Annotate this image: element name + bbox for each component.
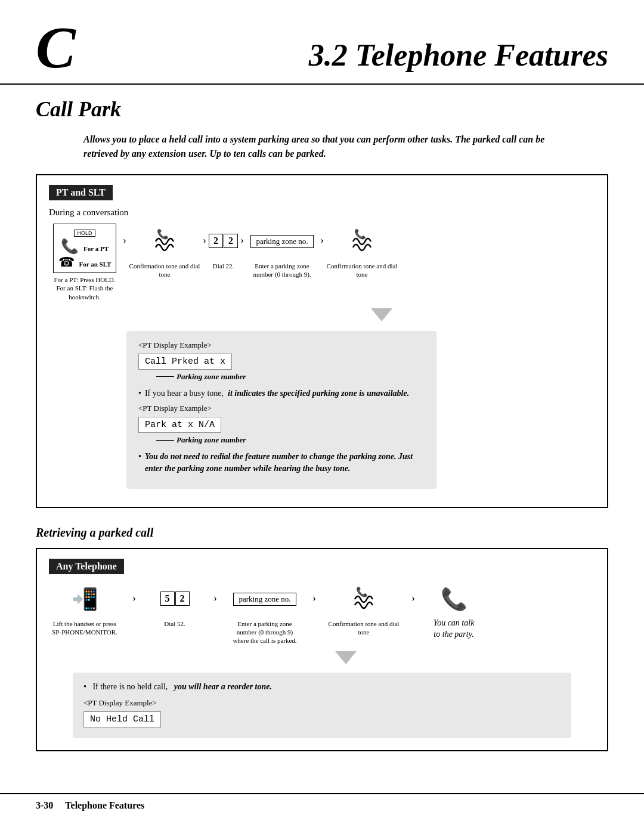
parking-zone-arrow-2: Parking zone number (156, 435, 425, 445)
parking-zone-box-1: parking zone no. (250, 235, 313, 248)
page-content: Call Park Allows you to place a held cal… (0, 97, 644, 787)
r-arrow-2: › (211, 592, 219, 605)
pt-slt-flow: HOLD 📞 For a PT ☎ For an SLT For a PT: P… (49, 224, 595, 301)
step3-caption: Dial 22. (213, 262, 234, 270)
conf-tone-2-icon: 📞 (347, 224, 377, 259)
dial-22-icon: 2 2 (209, 224, 238, 259)
r-pt-display-label: <PT Display Example> (83, 698, 561, 708)
parking-zone-icon: parking zone no. (250, 224, 313, 259)
step4-caption: Enter a parking zone number (0 through 9… (246, 262, 318, 279)
pt-display-label-1: <PT Display Example> (138, 340, 425, 350)
r-tone-wavy-icon: 📞 (349, 584, 379, 614)
r-arrow-3: › (310, 592, 318, 605)
for-slt-label: For an SLT (79, 261, 112, 268)
talk-phone-icon: 📞 (441, 587, 467, 612)
bottom-display-area: • If there is no held call, you will hea… (73, 673, 571, 739)
pt-slt-sub-label: During a conversation (49, 208, 595, 218)
pt-slt-header: PT and SLT (49, 185, 113, 200)
key-2-second: 2 (224, 234, 238, 248)
footer-title: Telephone Features (65, 800, 144, 811)
page-header: C 3.2 Telephone Features (0, 0, 644, 85)
section-title: Call Park (36, 97, 608, 122)
step1-caption: For a PT: Press HOLD. For an SLT: Flash … (49, 275, 120, 301)
header-letter: C (36, 18, 76, 78)
hold-label: HOLD (74, 230, 95, 237)
description: Allows you to place a held call into a s… (36, 132, 608, 161)
footer-page-num: 3-30 (36, 800, 53, 811)
pt-display-box-2: Park at x N/A (138, 417, 221, 433)
down-arrow-triangle (371, 308, 392, 321)
pt-display-box-1: Call Prked at x (138, 354, 232, 370)
r-parking-zone-icon: parking zone no. (233, 581, 296, 617)
r-down-arrow-triangle (335, 651, 357, 664)
bullet-2: • You do not need to redial the feature … (138, 451, 425, 474)
svg-text:📞: 📞 (157, 228, 169, 240)
r-arrow-4: › (409, 592, 417, 605)
dial-52-icon: 5 2 (160, 581, 190, 617)
step-phone-hold: HOLD 📞 For a PT ☎ For an SLT For a PT: P… (49, 224, 120, 301)
step-dial-22: 2 2 Dial 22. (209, 224, 238, 270)
any-telephone-box: Any Telephone 📲 Lift the handset or pres… (36, 548, 608, 751)
arrow-4: › (318, 234, 326, 247)
slt-phone-icon: ☎ (58, 255, 75, 270)
header-title: 3.2 Telephone Features (100, 38, 608, 78)
step-parking-zone: parking zone no. Enter a parking zone nu… (246, 224, 318, 279)
pt-slt-box: PT and SLT During a conversation HOLD 📞 … (36, 174, 608, 508)
key-2: 2 (175, 592, 190, 606)
r-conf-tone-icon: 📞 (349, 581, 379, 617)
step2-caption: Confirmation tone and dial tone (129, 262, 200, 279)
step-conf-tone-2: 📞 Confirmation tone and dial tone (326, 224, 398, 279)
r-step-lift-handset: 📲 Lift the handset or press SP-PHONE/MON… (49, 581, 120, 637)
r-talk-icon: 📞 (441, 581, 467, 617)
r-step-conf-tone: 📞 Confirmation tone and dial tone (328, 581, 400, 637)
r-step-dial-52: 5 2 Dial 52. (148, 581, 202, 628)
pt-display-area-1: <PT Display Example> Call Prked at x Par… (126, 331, 436, 489)
svg-text:📞: 📞 (356, 586, 368, 597)
page-footer: 3-30 Telephone Features (0, 793, 644, 817)
dial-keys-22: 2 2 (209, 234, 238, 248)
r-pt-display-box: No Held Call (83, 711, 161, 727)
arrow-1: › (120, 234, 129, 247)
parking-zone-box-2: parking zone no. (233, 593, 296, 606)
r-step-talk: 📞 You can talkto the party. (427, 581, 481, 640)
pt-display-label-2: <PT Display Example> (138, 404, 425, 413)
lift-handset-icon: 📲 (72, 581, 98, 617)
pt-phone-icon: 📞 (61, 239, 79, 254)
arrow-3: › (238, 234, 246, 247)
key-5: 5 (160, 592, 175, 606)
bullet-1: • If you hear a busy tone, it indicates … (138, 388, 425, 400)
handset-with-arrow-icon: 📲 (72, 587, 98, 612)
step-conf-tone-1: 📞 Confirmation tone and dial tone (129, 224, 200, 279)
r-step-parking-zone: parking zone no. Enter a parking zone nu… (229, 581, 301, 645)
svg-text:📞: 📞 (354, 228, 366, 240)
retrieve-label: Retrieving a parked call (36, 526, 608, 540)
any-telephone-header: Any Telephone (49, 559, 124, 574)
r-arrow-1: › (130, 592, 138, 605)
arrow-2: › (200, 234, 209, 247)
tone-wavy-icon-2: 📞 (347, 227, 377, 256)
key-2-first: 2 (209, 234, 223, 248)
step5-caption: Confirmation tone and dial tone (326, 262, 398, 279)
tone-wavy-icon: 📞 (150, 227, 179, 256)
you-can-talk-label: You can talkto the party. (434, 617, 475, 640)
r-step1-caption: Lift the handset or press SP-PHONE/MONIT… (49, 620, 120, 637)
phone-hold-icon: HOLD 📞 For a PT ☎ For an SLT (53, 224, 117, 273)
any-tel-flow: 📲 Lift the handset or press SP-PHONE/MON… (49, 581, 595, 645)
parking-zone-arrow-1: Parking zone number (156, 372, 425, 382)
dial-keys-52: 5 2 (160, 592, 190, 606)
r-step3-caption: Enter a parking zone number (0 through 9… (229, 620, 301, 645)
r-step4-caption: Confirmation tone and dial tone (328, 620, 400, 637)
no-held-call-bullet: • If there is no held call, you will hea… (83, 681, 561, 693)
conf-tone-1-icon: 📞 (150, 224, 179, 259)
for-pt-label: For a PT (83, 245, 109, 252)
r-step2-caption: Dial 52. (164, 620, 185, 628)
